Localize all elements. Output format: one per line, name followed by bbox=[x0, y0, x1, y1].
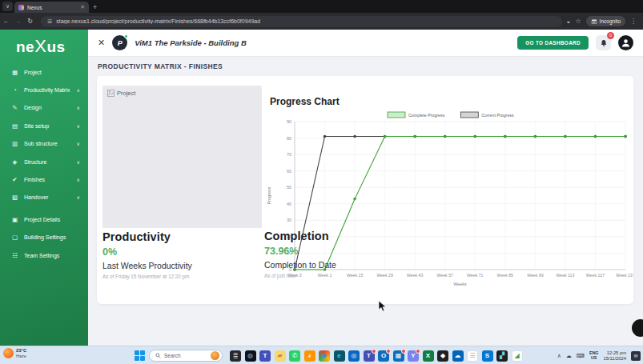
tray-cloud-icon[interactable]: ☁ bbox=[566, 353, 572, 359]
project-image-placeholder: Project bbox=[102, 86, 262, 228]
notification-center-icon[interactable]: ✉ bbox=[631, 351, 641, 361]
productivity-stat: Productivity 0% Last Weeks Productivity … bbox=[102, 230, 263, 279]
svg-text:Week 127: Week 127 bbox=[586, 273, 605, 278]
language-switcher[interactable]: ENGUS bbox=[589, 351, 598, 361]
back-button[interactable]: ← bbox=[0, 18, 12, 25]
site-info-icon[interactable]: ☰ bbox=[47, 18, 52, 25]
badge-dot bbox=[372, 349, 376, 354]
dark-circle-app-icon[interactable]: ◍ bbox=[245, 350, 256, 362]
sidebar-item-site-setup[interactable]: ▤Site setup∨ bbox=[0, 117, 88, 134]
weather-icon bbox=[3, 348, 14, 358]
browser-toolbar: ← → ↻ ☰ stage.nexus1.cloud/project/produ… bbox=[0, 13, 643, 30]
svg-text:Week 85: Week 85 bbox=[497, 273, 513, 278]
svg-text:Current Progress: Current Progress bbox=[481, 113, 514, 118]
bookmark-star-icon[interactable]: ☆ bbox=[575, 18, 581, 25]
start-button[interactable] bbox=[135, 350, 145, 361]
svg-text:60: 60 bbox=[287, 169, 291, 174]
outlook-icon[interactable]: O bbox=[378, 350, 389, 362]
sidebar-item-building-settings[interactable]: ▢Building Settings bbox=[0, 229, 88, 246]
shield-icon: ◈ bbox=[11, 158, 18, 166]
tray-keyboard-icon[interactable]: ⌨ bbox=[577, 353, 585, 359]
document-icon: ▤ bbox=[11, 122, 18, 130]
broken-image-icon bbox=[107, 90, 115, 97]
chevron-down-icon: ∨ bbox=[77, 159, 80, 165]
browser-menu-icon[interactable]: ⋮ bbox=[630, 18, 637, 25]
analytics-icon[interactable]: ◢ bbox=[512, 350, 523, 362]
photos-icon[interactable]: ▞ bbox=[496, 350, 508, 362]
forward-button[interactable]: → bbox=[12, 18, 24, 25]
tab-title: Nexus bbox=[27, 5, 77, 10]
completion-label: Completion to Date bbox=[264, 260, 416, 270]
teams-notify-icon[interactable]: T bbox=[364, 350, 375, 362]
chart-title: Progress Chart bbox=[270, 96, 340, 107]
svg-text:80: 80 bbox=[287, 136, 291, 141]
chevron-down-icon: ∨ bbox=[77, 177, 80, 182]
chevron-down-icon: ∨ bbox=[77, 123, 80, 129]
store-app-icon[interactable]: ◆ bbox=[437, 350, 448, 362]
svg-text:Complete Progress: Complete Progress bbox=[408, 113, 445, 118]
sidebar-item-structure[interactable]: ◈Structure∨ bbox=[0, 153, 88, 170]
mouse-cursor bbox=[378, 300, 388, 313]
blue-circle-app-icon[interactable]: ◎ bbox=[348, 350, 360, 362]
details-icon: ▣ bbox=[11, 216, 18, 223]
file-explorer-icon[interactable]: ▰ bbox=[275, 350, 286, 362]
sidebar-item-team-settings[interactable]: ☷Team Settings bbox=[0, 246, 88, 264]
sidebar-item-design[interactable]: ✎Design∨ bbox=[0, 99, 88, 117]
notifications-button[interactable]: 0 bbox=[596, 35, 611, 50]
sidebar-item-productivity-matrix[interactable]: ◔Productivity Matrix∧ bbox=[0, 81, 88, 98]
go-to-dashboard-button[interactable]: GO TO DASHBOARD bbox=[517, 36, 589, 50]
chrome-icon[interactable]: ◉ bbox=[319, 350, 330, 362]
svg-text:Week 57: Week 57 bbox=[437, 273, 453, 278]
address-bar[interactable]: ☰ stage.nexus1.cloud/project/productivit… bbox=[41, 16, 562, 27]
person-icon bbox=[621, 38, 631, 48]
browser-tabstrip: ∨ Nexus ✕ + bbox=[0, 0, 643, 13]
sidebar-item-sub-structure[interactable]: ▥Sub structure∨ bbox=[0, 135, 88, 153]
incognito-icon bbox=[591, 18, 597, 25]
screen: ∨ Nexus ✕ + ← → ↻ ☰ stage.nexus1.cloud/p… bbox=[0, 0, 643, 364]
teams-icon[interactable]: T bbox=[259, 350, 271, 362]
badge-dot bbox=[401, 349, 406, 354]
close-icon[interactable]: ✕ bbox=[98, 38, 105, 48]
extensions-icon[interactable]: ◒ bbox=[567, 18, 571, 25]
excel-icon[interactable]: X bbox=[423, 350, 434, 362]
svg-text:50: 50 bbox=[287, 185, 291, 190]
app-content: ✕ P ViM1 The Parkside - Building B GO TO… bbox=[88, 30, 643, 346]
user-avatar[interactable] bbox=[618, 35, 633, 50]
clock-icon: ◔ bbox=[11, 86, 18, 94]
notepad-icon[interactable]: ≣ bbox=[230, 350, 241, 362]
completion-value: 73.96% bbox=[264, 246, 416, 257]
list-app-icon[interactable]: ☰ bbox=[467, 350, 478, 362]
tab-search-button[interactable]: ∨ bbox=[2, 2, 13, 11]
new-tab-button[interactable]: + bbox=[93, 3, 97, 11]
nexus-logo: neXus bbox=[16, 36, 66, 57]
calendar-icon[interactable]: ▦ bbox=[393, 350, 404, 362]
whatsapp-icon[interactable]: ✆ bbox=[289, 350, 300, 362]
taskbar: 23°C Haze Search ≣◍T▰✆◕◉e◎TO▦YX◆☁☰S▞◢ ∧ … bbox=[0, 346, 643, 364]
sidebar-item-handover[interactable]: ▧Handover∨ bbox=[0, 189, 88, 206]
search-placeholder: Search bbox=[164, 353, 207, 358]
taskbar-search[interactable]: Search bbox=[149, 350, 223, 362]
edge-icon[interactable]: e bbox=[334, 350, 345, 362]
weather-temp: 23°C bbox=[16, 348, 26, 354]
sidebar-item-project[interactable]: ▦Project bbox=[0, 63, 88, 81]
weather-widget[interactable]: 23°C Haze bbox=[3, 348, 26, 358]
clock[interactable]: 12:25 pm 15/11/2024 bbox=[603, 350, 626, 362]
yammer-icon[interactable]: Y bbox=[408, 350, 419, 362]
sidebar-item-project-details[interactable]: ▣Project Details bbox=[0, 210, 88, 228]
firefox-icon[interactable]: ◕ bbox=[304, 350, 315, 362]
browser-tab[interactable]: Nexus ✕ bbox=[14, 2, 89, 13]
completion-stat: Completion 73.96% Completion to Date As … bbox=[264, 230, 416, 278]
sidebar-item-finishes[interactable]: ✔Finishes∨ bbox=[0, 170, 88, 188]
bell-icon bbox=[600, 39, 608, 47]
check-circle-icon: ✔ bbox=[11, 176, 18, 183]
skype-icon[interactable]: S bbox=[482, 350, 493, 362]
tray-chevron-icon[interactable]: ∧ bbox=[557, 353, 561, 359]
tray-time: 12:25 pm bbox=[603, 350, 626, 356]
productivity-title: Productivity bbox=[102, 230, 263, 243]
reload-button[interactable]: ↻ bbox=[24, 18, 36, 25]
toolbar-right: ◒ ☆ Incognito ⋮ bbox=[567, 16, 643, 26]
onedrive-icon[interactable]: ☁ bbox=[452, 350, 464, 362]
productivity-label: Last Weeks Productivity bbox=[102, 261, 263, 270]
weather-desc: Haze bbox=[16, 354, 26, 358]
tab-close-icon[interactable]: ✕ bbox=[80, 4, 85, 10]
